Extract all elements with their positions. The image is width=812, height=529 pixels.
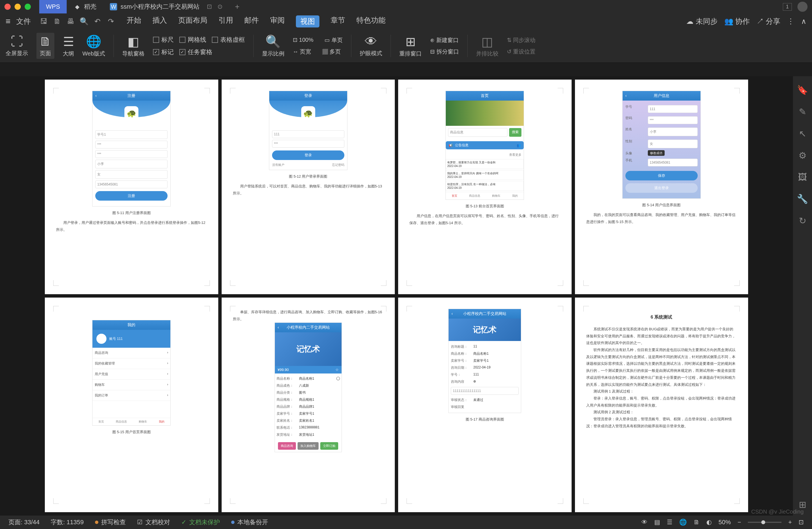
zoom-level[interactable]: 50% xyxy=(719,519,731,526)
settings-icon[interactable]: ⚙ xyxy=(799,150,807,161)
tab-page-layout[interactable]: 页面布局 xyxy=(178,15,207,28)
close-window-button[interactable] xyxy=(4,4,11,10)
tab-references[interactable]: 引用 xyxy=(219,15,233,28)
fullscreen-button[interactable]: ⛶ 全屏显示 xyxy=(5,34,28,57)
tools-icon[interactable]: 🔧 xyxy=(797,194,808,204)
show-options: 标尺 网格线 表格虚框 标记 任务窗格 xyxy=(153,35,245,56)
task-pane-checkbox[interactable]: 任务窗格 xyxy=(179,48,213,56)
collab-button[interactable]: 👥 协作 xyxy=(724,16,750,26)
collapse-ribbon-icon[interactable]: ∧ xyxy=(801,17,807,26)
zoom-slider[interactable] xyxy=(748,522,781,523)
eye-icon: 👁 xyxy=(365,34,377,48)
proofread-status[interactable]: ☑文档校对 xyxy=(137,518,170,527)
menubar-right: ☁ 未同步 👥 协作 ↗ 分享 ⋮ ∧ xyxy=(686,16,807,26)
print-icon[interactable]: 🖶 xyxy=(66,17,75,26)
side-by-side-button[interactable]: ◫ 并排比较 xyxy=(476,34,498,57)
page-thumbnail[interactable]: 6 系统测试 系统测试不仅仅是发现系统潜在的 BUG或错误，而更为重要的是为用户… xyxy=(575,297,749,512)
page-thumbnail[interactable]: 登录 🐢 111 *** 登录 没有账户 忘记密码 图 5-12 用户登录界面图 xyxy=(222,79,395,294)
more-icon[interactable]: ⋮ xyxy=(787,17,794,26)
user-avatar[interactable] xyxy=(797,2,808,12)
rearrange-button[interactable]: ⊞ 重排窗口 xyxy=(399,34,422,57)
pen-icon[interactable]: ✎ xyxy=(799,106,807,117)
view-outline-icon[interactable]: ☰ xyxy=(667,519,672,526)
zoom-in-button[interactable]: + xyxy=(788,519,792,526)
document-area[interactable]: ‹注册 🐢 学号1 *** *** 小李 女 13456545081 注册 图 … xyxy=(0,76,793,516)
page-thumbnail[interactable]: ‹注册 🐢 学号1 *** *** 小李 女 13456545081 注册 图 … xyxy=(45,79,218,294)
dark-mode-icon[interactable]: ◐ xyxy=(706,519,712,526)
bookmark-icon[interactable]: 🔖 xyxy=(797,85,808,95)
tab-section[interactable]: 章节 xyxy=(331,15,345,28)
window-layout-button[interactable]: 1 xyxy=(783,3,792,11)
picture-icon[interactable]: 🖼 xyxy=(798,172,807,182)
eye-mode-button[interactable]: 👁 护眼模式 xyxy=(360,34,382,57)
tab-mail[interactable]: 邮件 xyxy=(244,15,259,28)
gridlines-checkbox[interactable]: 网格线 xyxy=(179,35,206,44)
history-icon[interactable]: ↻ xyxy=(799,216,807,226)
page-thumbnail[interactable]: ‹小程序校内二手交易网站 记忆术 咨询标题：11 商品名称：商品名称1 卖家学号… xyxy=(398,297,571,512)
page-thumbnail[interactable]: 我的 账号 111 商品咨询› 我的收藏管理› 用户充值› 购物车› 我的订单›… xyxy=(45,297,218,512)
tab-view[interactable]: 视图 xyxy=(296,15,319,28)
menu-icon[interactable]: ≡ xyxy=(5,16,11,26)
table-gridlines-checkbox[interactable]: 表格虚框 xyxy=(212,35,245,44)
view-page-icon[interactable]: ▤ xyxy=(654,519,660,526)
tab-special[interactable]: 特色功能 xyxy=(357,15,386,28)
page-view-button[interactable]: 🗎 页面 xyxy=(37,33,54,59)
share-button[interactable]: ↗ 分享 xyxy=(756,16,780,26)
redo-icon[interactable]: ↷ xyxy=(106,17,115,26)
save-as-icon[interactable]: 🗎 xyxy=(53,17,62,26)
tab-wps[interactable]: WPS xyxy=(39,0,67,13)
tab-close-icon[interactable]: ⊡ xyxy=(207,3,212,10)
cursor-icon[interactable]: ↖ xyxy=(799,128,807,139)
spellcheck-status[interactable]: 拼写检查 xyxy=(95,518,126,527)
tab-insert[interactable]: 插入 xyxy=(153,15,167,28)
single-page-button[interactable]: ▭ 单页 xyxy=(324,36,343,44)
zoom-button[interactable]: 🔍 显示比例 xyxy=(262,34,285,57)
sync-scroll-button[interactable]: ⇅ 同步滚动 xyxy=(507,36,536,44)
titlebar: WPS ◆ 稻壳 W ssm小程序校内二手交易网站 ⊡ ⊙ + 1 xyxy=(0,0,812,13)
print-preview-icon[interactable]: 🔍 xyxy=(79,17,89,26)
protection-status[interactable]: ✓文档未保护 xyxy=(181,518,220,527)
window-controls xyxy=(4,4,31,10)
outline-view-button[interactable]: ☰ 大纲 xyxy=(63,34,74,57)
file-menu[interactable]: 文件 xyxy=(16,16,31,26)
page-thumbnail[interactable]: ‹用户信息 学号111 密码*** 姓名小李 性别女 头像修改成功 手机1345… xyxy=(575,79,749,294)
minimize-window-button[interactable] xyxy=(15,4,21,10)
undo-icon[interactable]: ↶ xyxy=(93,17,102,26)
sync-status[interactable]: ☁ 未同步 xyxy=(686,16,717,26)
zoom-out-button[interactable]: − xyxy=(738,519,741,526)
tab-docer[interactable]: ◆ 稻壳 xyxy=(67,0,103,13)
proofread-icon: ☑ xyxy=(137,519,143,526)
ribbon-view: ⛶ 全屏显示 🗎 页面 ☰ 大纲 🌐 Web版式 ◧ 导航窗格 标尺 网格线 表… xyxy=(0,29,812,63)
tab-document[interactable]: W ssm小程序校内二手交易网站 ⊡ ⊙ xyxy=(103,0,229,13)
nav-pane-button[interactable]: ◧ 导航窗格 xyxy=(122,34,145,57)
reset-pos-button[interactable]: ↺ 重设位置 xyxy=(507,48,536,56)
tab-home[interactable]: 开始 xyxy=(127,15,141,28)
multi-page-button[interactable]: ▦ 多页 xyxy=(322,48,341,56)
fullscreen-icon: ⛶ xyxy=(11,34,23,48)
zoom-100-button[interactable]: ⊡ 100% xyxy=(293,36,314,44)
backup-status[interactable]: 本地备份开 xyxy=(231,518,268,527)
fit-icon[interactable]: ⊡ xyxy=(799,519,803,526)
page-width-button[interactable]: ↔ 页宽 xyxy=(293,48,311,56)
view-read-icon[interactable]: 🗎 xyxy=(694,519,700,526)
new-tab-button[interactable]: + xyxy=(235,2,239,11)
view-web-icon[interactable]: 🌐 xyxy=(679,519,687,526)
watermark: CSDN @v JieCoding xyxy=(751,509,803,515)
split-window-button[interactable]: ⊟ 拆分窗口 xyxy=(430,48,459,56)
zoom-options: ⊡ 100% ▭ 单页 ↔ 页宽 ▦ 多页 xyxy=(293,36,343,56)
markup-checkbox[interactable]: 标记 xyxy=(153,48,174,56)
page-thumbnail[interactable]: 首页 商品信息 搜索 📢公告信息👥 查看更多 有梦想，就要努力去实现 又是一份金… xyxy=(398,79,571,294)
tab-review[interactable]: 审阅 xyxy=(270,15,285,28)
tab-options-icon[interactable]: ⊙ xyxy=(217,3,222,10)
pages-grid: ‹注册 🐢 学号1 *** *** 小李 女 13456545081 注册 图 … xyxy=(0,76,793,516)
save-icon[interactable]: 🖫 xyxy=(39,17,48,26)
word-count[interactable]: 字数: 11359 xyxy=(51,518,84,527)
tab-label: 稻壳 xyxy=(84,2,97,11)
web-view-button[interactable]: 🌐 Web版式 xyxy=(82,34,105,57)
page-indicator[interactable]: 页面: 33/44 xyxy=(9,518,40,527)
page-thumbnail[interactable]: 单据、库存等详细信息，进行商品咨询、加入购物车、立即订购、收藏等操作，如图5-1… xyxy=(222,297,395,512)
new-window-button[interactable]: ⊕ 新建窗口 xyxy=(430,36,459,44)
eye-status-icon[interactable]: 👁 xyxy=(641,519,648,526)
ruler-checkbox[interactable]: 标尺 xyxy=(153,35,174,44)
maximize-window-button[interactable] xyxy=(25,4,31,10)
